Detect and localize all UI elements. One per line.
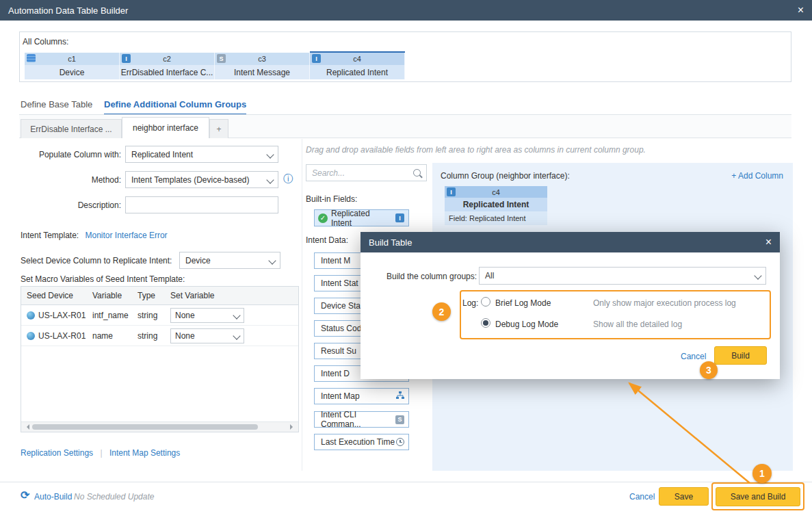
build-button[interactable]: Build [714,346,767,365]
string-badge-icon: S [217,54,226,63]
set-variable-value: None [175,331,195,341]
all-columns-label: All Columns: [23,37,68,47]
variable-value: name [91,331,137,341]
field-chip-intent-cli-commands[interactable]: Intent CLI Comman... S [314,411,409,428]
chevron-down-icon [233,332,240,339]
populate-column-select[interactable]: Replicated Intent [125,146,278,163]
populate-column-value: Replicated Intent [131,150,193,159]
field-chip-label: Replicated Intent [331,209,392,228]
subtab-neighbor-interface[interactable]: neighbor interface [122,117,209,138]
scrollbar-thumb[interactable] [32,424,258,430]
field-chip-label: Result Su [321,346,356,356]
subtab-add-icon[interactable]: + [209,119,228,138]
save-and-build-button[interactable]: Save and Build [716,487,800,506]
header-seed-device: Seed Device [21,291,91,300]
modal-title: Build Table [369,237,412,248]
method-value: Intent Templates (Device-based) [131,175,250,185]
description-input[interactable] [125,196,278,213]
scroll-left-icon[interactable] [24,424,29,430]
drag-drop-hint: Drag and drop available fields from left… [306,145,646,155]
column-chip-c3[interactable]: Sc3 Intent Message [215,51,310,79]
all-columns-panel: All Columns: c1 Device Ic2 ErrDisabled I… [19,31,791,82]
debug-log-label[interactable]: Debug Log Mode [495,320,558,329]
set-variable-select[interactable]: None [170,308,244,323]
column-id: c4 [353,55,361,63]
column-chip-c2[interactable]: Ic2 ErrDisabled Interface C... [120,51,215,79]
chevron-down-icon [266,151,274,158]
column-chip-c1[interactable]: c1 Device [25,51,120,79]
brief-log-radio[interactable] [481,297,490,307]
field-chip-label: Device Sta [321,301,361,311]
links-separator: | [100,448,102,458]
footer-cancel-link[interactable]: Cancel [629,492,655,502]
add-column-link[interactable]: + Add Column [731,171,783,181]
footer-divider [0,482,812,482]
subtab-bar: ErrDisable Interface ... neighbor interf… [19,115,791,138]
intent-map-settings-link[interactable]: Intent Map Settings [109,448,180,458]
chevron-down-icon [266,176,274,183]
save-button[interactable]: Save [659,487,709,506]
brief-log-label[interactable]: Brief Log Mode [495,298,551,308]
tab-define-additional-column-groups[interactable]: Define Additional Column Groups [104,96,246,116]
modal-close-icon[interactable]: × [765,237,772,248]
device-icon [27,54,36,62]
field-chip-intent-map[interactable]: Intent Map [314,388,409,404]
router-device-icon [27,332,35,340]
device-column-label: Select Device Column to Replicate Intent… [21,256,172,265]
close-icon[interactable]: × [798,5,804,16]
intent-badge-icon: I [395,213,404,222]
build-table-modal-header: Build Table × [361,232,780,252]
column-id: c3 [258,55,266,63]
seed-device-value: US-LAX-R01 [38,331,86,341]
sitemap-icon [396,391,404,402]
description-label: Description: [18,200,121,210]
intent-badge-icon: I [447,187,456,196]
card-column-name: Replicated Intent [445,198,547,211]
header-type: Type [137,291,170,300]
subtab-errdisable-interface[interactable]: ErrDisable Interface ... [21,119,122,138]
intent-template-row: Intent Template: Monitor Interface Error [21,231,168,240]
field-chip-label: Intent CLI Comman... [321,410,395,429]
card-column-field: Field: Replicated Intent [445,211,547,225]
device-column-select[interactable]: Device [179,252,280,269]
type-value: string [137,311,170,320]
populate-column-label: Populate Column with: [18,150,121,159]
left-footer-links: Replication Settings | Intent Map Settin… [21,448,180,458]
window-title: Automation Data Table Builder [8,5,128,16]
table-row: US-LAX-R01 name string None [21,326,298,346]
set-variable-select[interactable]: None [170,328,244,343]
header-variable: Variable [91,291,137,300]
search-input[interactable] [306,165,410,181]
scroll-right-icon[interactable] [290,424,296,430]
macro-variables-label: Set Macro Variables of Seed Intent Templ… [21,274,185,284]
field-chip-label: Intent D [321,369,350,378]
column-id: c2 [163,55,171,63]
column-card-c4[interactable]: Ic4 Replicated Intent Field: Replicated … [445,186,547,225]
search-box[interactable] [306,164,427,181]
build-groups-label: Build the column groups: [387,272,477,281]
search-icon[interactable] [413,169,421,177]
header-set-variable: Set Variable [170,291,298,300]
column-name: ErrDisabled Interface C... [121,68,213,77]
chevron-down-icon [754,272,761,279]
tab-define-base-table[interactable]: Define Base Table [21,96,92,114]
info-icon[interactable]: ⓘ [283,173,293,185]
intent-badge-icon: I [312,54,321,63]
intent-data-label: Intent Data: [306,235,348,245]
intent-template-label: Intent Template: [21,231,79,240]
modal-cancel-link[interactable]: Cancel [681,352,706,361]
replication-settings-link[interactable]: Replication Settings [21,448,93,458]
method-select[interactable]: Intent Templates (Device-based) [125,171,278,188]
column-chip-c4-selected[interactable]: Ic4 Replicated Intent [310,51,405,79]
brief-log-desc: Only show major execution process log [593,298,736,308]
field-chip-replicated-intent[interactable]: ✓ Replicated Intent I [314,209,409,226]
seed-device-value: US-LAX-R01 [38,311,86,320]
field-chip-last-execution-time[interactable]: Last Execution Time [314,434,409,450]
auto-build-link[interactable]: Auto-Build [34,492,72,502]
horizontal-scrollbar[interactable] [21,421,298,432]
field-chip-label: Intent M [321,256,350,265]
builtin-fields-label: Built-in Fields: [306,194,357,204]
build-groups-select[interactable]: All [479,267,766,285]
intent-template-link[interactable]: Monitor Interface Error [86,231,168,240]
debug-log-radio[interactable] [481,318,490,328]
